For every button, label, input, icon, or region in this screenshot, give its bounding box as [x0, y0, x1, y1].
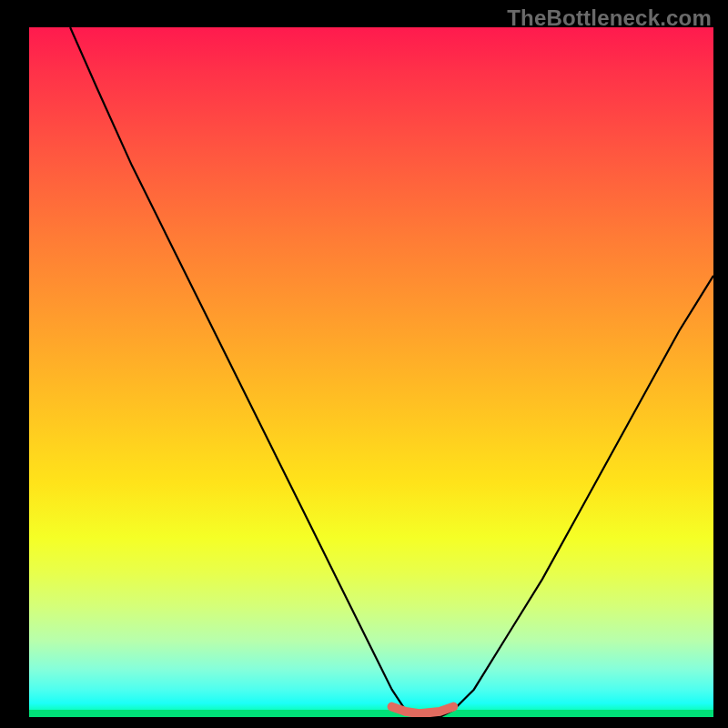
- plot-area: [29, 27, 713, 717]
- optimal-zone-highlight: [392, 707, 454, 714]
- chart-frame: TheBottleneck.com: [0, 0, 728, 728]
- curve-path: [70, 27, 713, 717]
- bottleneck-curve: [29, 27, 713, 717]
- watermark-text: TheBottleneck.com: [507, 5, 712, 31]
